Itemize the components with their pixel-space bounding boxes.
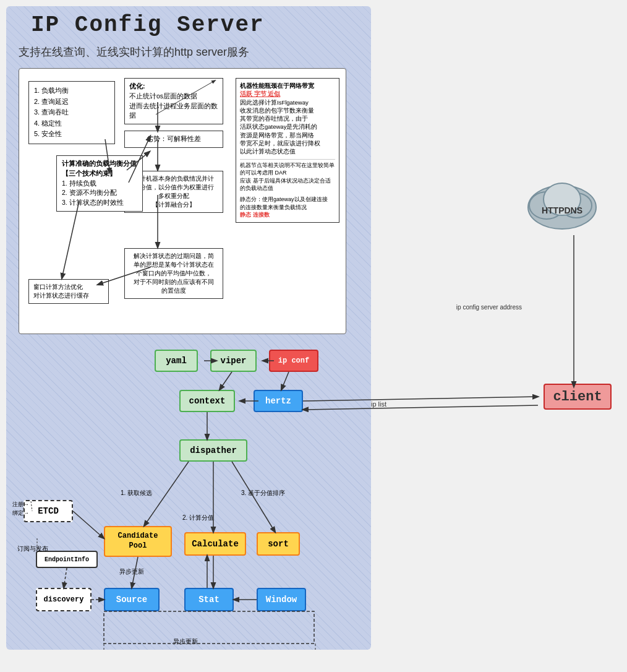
- node-stat: Stat: [184, 588, 234, 611]
- client-box: client: [544, 384, 612, 410]
- node-yaml: yaml: [155, 350, 198, 372]
- step-label-2: 2. 计算分值: [182, 514, 214, 522]
- httpdns-cloud: HTTPDNS: [522, 173, 602, 235]
- feature-item-3: 3. 查询吞吐: [34, 107, 109, 118]
- compute-box: 计算准确的负载均衡分值【三个技术约束】 1. 持续负载 2. 资源不均衡分配 3…: [56, 155, 143, 212]
- window-explain-box: 解决计算状态的过期问题，简单的思想是某每个计算状态在个窗口内的平均值/中位数，对…: [124, 248, 223, 299]
- node-window: Window: [257, 588, 306, 611]
- feature-item-5: 5. 安全性: [34, 129, 109, 140]
- node-hertz: hertz: [254, 390, 303, 412]
- feature-item-2: 2. 查询延迟: [34, 97, 109, 108]
- node-dispather: dispather: [179, 439, 247, 462]
- node-discovery: discovery: [36, 588, 92, 611]
- node-etcd: ETCD: [23, 500, 73, 522]
- ip-config-label: ip config server address: [456, 303, 522, 312]
- window-bottom-box: 窗口计算方法优化对计算状态进行缓存: [28, 279, 109, 304]
- node-candidate: CandidatePool: [104, 526, 172, 557]
- node-viper: viper: [210, 350, 257, 372]
- page-title: IP Config Server: [31, 12, 265, 38]
- page-subtitle: 支持在线查询、近线实时计算的http server服务: [19, 45, 249, 59]
- async-update-2: 异步更新: [173, 637, 198, 646]
- feature-item-1: 1. 负载均衡: [34, 85, 109, 97]
- node-source: Source: [104, 588, 160, 611]
- node-endpoint: EndpointInfo: [36, 551, 98, 568]
- step-label-1: 1. 获取候选: [121, 489, 152, 498]
- node-ipconf: ip conf: [269, 350, 318, 372]
- register-label: 注册→绑定→: [12, 500, 29, 518]
- top-diagram-box: 1. 负载均衡 2. 查询延迟 3. 查询吞吐 4. 稳定性 5. 安全性 优化…: [19, 68, 346, 334]
- features-list: 1. 负载均衡 2. 查询延迟 3. 查询吞吐 4. 稳定性 5. 安全性: [28, 81, 115, 144]
- optimize-box: 优化: 不止统计os层面的数据 进而去统计进程业务层面的数据: [124, 78, 223, 124]
- svg-text:HTTPDNS: HTTPDNS: [542, 205, 582, 215]
- disadvantage-box: 劣势：可解释性差: [124, 131, 223, 148]
- async-update-1: 异步更新: [119, 567, 144, 576]
- node-sort: sort: [257, 532, 300, 556]
- step-label-3: 3. 基于分值排序: [241, 489, 285, 498]
- annotation-box: 机器性能瓶颈在于网络带宽 活跃 字节 近似 因此选择计算IsFlgateway收…: [236, 78, 339, 223]
- ip-list-label: ip list: [371, 400, 386, 408]
- feature-item-4: 4. 稳定性: [34, 118, 109, 129]
- node-context: context: [179, 390, 235, 412]
- subscribe-label: 订阅与发布: [17, 545, 48, 553]
- node-calculate: Calculate: [184, 532, 246, 556]
